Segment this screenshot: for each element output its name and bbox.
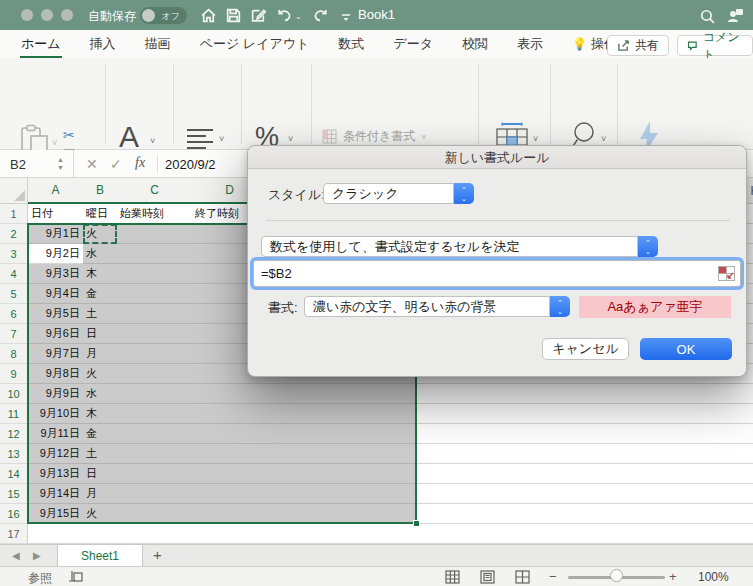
- cell-E12[interactable]: [267, 424, 343, 444]
- cell-G12[interactable]: [417, 424, 493, 444]
- cell-C13[interactable]: [117, 444, 193, 464]
- format-dropdown[interactable]: 濃い赤の文字、明るい赤の背景: [304, 296, 550, 317]
- cell-D16[interactable]: [192, 504, 268, 524]
- cell-K16[interactable]: [717, 504, 753, 524]
- cell-I13[interactable]: [567, 444, 643, 464]
- row-header-14[interactable]: 14: [0, 464, 28, 484]
- cell-I11[interactable]: [567, 404, 643, 424]
- cell-J13[interactable]: [642, 444, 718, 464]
- cell-C16[interactable]: [117, 504, 193, 524]
- cell-F10[interactable]: [342, 384, 418, 404]
- cell-H17[interactable]: [492, 524, 568, 544]
- share-button[interactable]: 共有: [607, 35, 669, 56]
- cell-F13[interactable]: [342, 444, 418, 464]
- cell-A16[interactable]: 9月15日: [28, 504, 84, 524]
- cell-B17[interactable]: [83, 524, 118, 544]
- cell-I17[interactable]: [567, 524, 643, 544]
- cell-H15[interactable]: [492, 484, 568, 504]
- account-icon[interactable]: [725, 6, 744, 25]
- cell-A9[interactable]: 9月8日: [28, 364, 84, 384]
- cell-H16[interactable]: [492, 504, 568, 524]
- cell-C6[interactable]: [117, 304, 193, 324]
- tab-formulas[interactable]: 数式: [337, 30, 365, 59]
- cut-icon[interactable]: ✂: [63, 127, 75, 143]
- add-sheet-button[interactable]: +: [153, 546, 162, 563]
- cell-D14[interactable]: [192, 464, 268, 484]
- cell-C7[interactable]: [117, 324, 193, 344]
- cell-G10[interactable]: [417, 384, 493, 404]
- row-header-12[interactable]: 12: [0, 424, 28, 444]
- cells-chevron-icon[interactable]: ˅: [533, 134, 538, 144]
- page-break-view-icon[interactable]: [515, 570, 530, 584]
- format-dropdown-stepper-icon[interactable]: ⌃⌄: [550, 296, 570, 317]
- cell-A5[interactable]: 9月4日: [28, 284, 84, 304]
- column-header-C[interactable]: C: [117, 178, 193, 204]
- cell-H12[interactable]: [492, 424, 568, 444]
- cell-B3[interactable]: 水: [83, 244, 118, 264]
- cell-K12[interactable]: [717, 424, 753, 444]
- row-header-4[interactable]: 4: [0, 264, 28, 284]
- cell-I10[interactable]: [567, 384, 643, 404]
- cell-K14[interactable]: [717, 464, 753, 484]
- name-box[interactable]: B2 ▲▼: [0, 150, 74, 178]
- font-icon[interactable]: A: [119, 120, 139, 154]
- cell-E10[interactable]: [267, 384, 343, 404]
- cell-F17[interactable]: [342, 524, 418, 544]
- cell-D15[interactable]: [192, 484, 268, 504]
- cell-B12[interactable]: 金: [83, 424, 118, 444]
- row-header-11[interactable]: 11: [0, 404, 28, 424]
- cell-F11[interactable]: [342, 404, 418, 424]
- cell-G13[interactable]: [417, 444, 493, 464]
- cell-B6[interactable]: 土: [83, 304, 118, 324]
- cell-A6[interactable]: 9月5日: [28, 304, 84, 324]
- cell-D12[interactable]: [192, 424, 268, 444]
- cell-C2[interactable]: [117, 224, 193, 244]
- style-dropdown-stepper-icon[interactable]: ⌃⌄: [454, 183, 474, 204]
- cell-C11[interactable]: [117, 404, 193, 424]
- cell-B2[interactable]: 火: [83, 224, 118, 244]
- row-header-5[interactable]: 5: [0, 284, 28, 304]
- row-header-10[interactable]: 10: [0, 384, 28, 404]
- cell-A15[interactable]: 9月14日: [28, 484, 84, 504]
- cell-F14[interactable]: [342, 464, 418, 484]
- cell-B9[interactable]: 火: [83, 364, 118, 384]
- cell-K15[interactable]: [717, 484, 753, 504]
- cancel-entry-icon[interactable]: ✕: [86, 156, 98, 172]
- cell-I15[interactable]: [567, 484, 643, 504]
- cell-C4[interactable]: [117, 264, 193, 284]
- tab-view[interactable]: 表示: [516, 30, 544, 59]
- cell-H14[interactable]: [492, 464, 568, 484]
- cell-B10[interactable]: 水: [83, 384, 118, 404]
- range-picker-icon[interactable]: [718, 266, 735, 281]
- cell-A10[interactable]: 9月9日: [28, 384, 84, 404]
- row-header-13[interactable]: 13: [0, 444, 28, 464]
- row-header-16[interactable]: 16: [0, 504, 28, 524]
- cell-E16[interactable]: [267, 504, 343, 524]
- cell-K11[interactable]: [717, 404, 753, 424]
- cell-B16[interactable]: 火: [83, 504, 118, 524]
- cell-D17[interactable]: [192, 524, 268, 544]
- column-header-B[interactable]: B: [83, 178, 118, 204]
- cell-C8[interactable]: [117, 344, 193, 364]
- cell-E15[interactable]: [267, 484, 343, 504]
- cell-A13[interactable]: 9月12日: [28, 444, 84, 464]
- cell-C5[interactable]: [117, 284, 193, 304]
- style-dropdown[interactable]: クラシック: [323, 183, 454, 204]
- cell-B13[interactable]: 土: [83, 444, 118, 464]
- cell-H11[interactable]: [492, 404, 568, 424]
- cell-A4[interactable]: 9月3日: [28, 264, 84, 284]
- font-chevron-icon[interactable]: ˅: [150, 136, 155, 146]
- tab-draw[interactable]: 描画: [144, 30, 172, 59]
- row-header-1[interactable]: 1: [0, 204, 28, 224]
- row-header-9[interactable]: 9: [0, 364, 28, 384]
- cell-K17[interactable]: [717, 524, 753, 544]
- cell-J14[interactable]: [642, 464, 718, 484]
- tab-insert[interactable]: 挿入: [89, 30, 117, 59]
- cell-B1[interactable]: 曜日: [83, 204, 118, 224]
- name-box-stepper-icon[interactable]: ▲▼: [57, 156, 64, 172]
- cell-G16[interactable]: [417, 504, 493, 524]
- cell-H10[interactable]: [492, 384, 568, 404]
- tab-data[interactable]: データ: [392, 30, 434, 59]
- cell-B15[interactable]: 月: [83, 484, 118, 504]
- row-header-17[interactable]: 17: [0, 524, 28, 544]
